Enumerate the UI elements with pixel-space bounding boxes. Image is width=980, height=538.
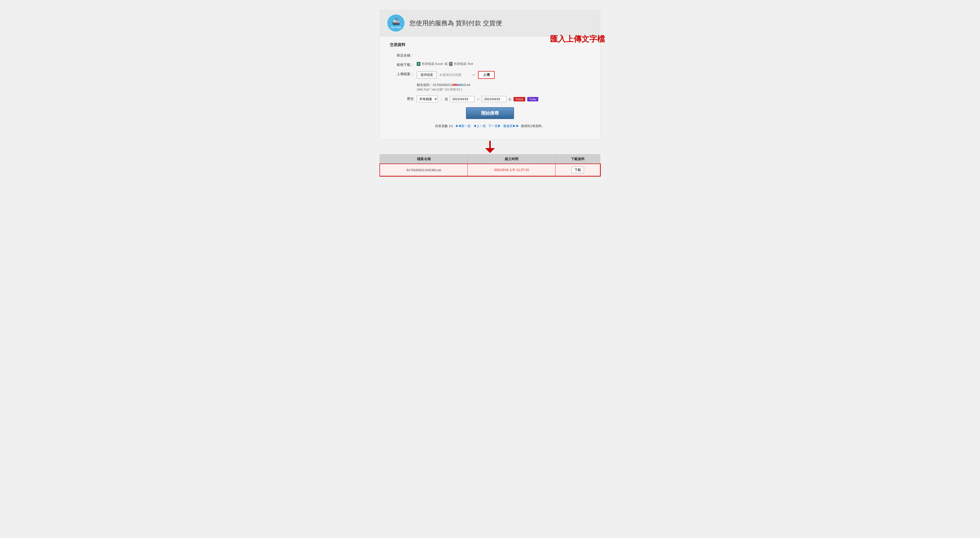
history-label: 歷史 — [390, 96, 417, 101]
next-page-link[interactable]: 下一頁▶ — [488, 124, 501, 128]
card-header: 🚢 Sun-Ship 您使用的服務為 貨到付款 交貨便 — [380, 10, 600, 36]
filename-rule: 檔名規則：S1702200211MMddSS.txt — [417, 83, 590, 87]
ship-icon: 🚢 — [392, 17, 400, 25]
filename-rule-sub: (MM:月份"",dd:日期"",SS:序號"01") — [417, 88, 590, 92]
history-controls: 所有檔案 ： 從 ～ 止 Delete Today — [417, 96, 538, 102]
date-to-input[interactable] — [482, 96, 506, 102]
stop-label: 止 — [508, 97, 512, 102]
text-icon: T — [449, 62, 453, 66]
history-content: 所有檔案 ： 從 ～ 止 Delete Today — [417, 96, 590, 102]
upload-file-row: 上傳檔案： 選擇檔案 未選擇任何檔案 → 上傳 檔名規則：S1702200211… — [390, 71, 590, 92]
header-title: 您使用的服務為 貨到付款 交貨便 — [409, 19, 502, 27]
upload-row: 選擇檔案 未選擇任何檔案 → 上傳 — [417, 71, 495, 79]
main-card: 🚢 Sun-Ship 您使用的服務為 貨到付款 交貨便 匯入上傳文字檔 交易資料… — [380, 10, 600, 140]
filename-rule-prefix: 檔名規則：S1702200211MMddSS.txt — [417, 83, 470, 87]
result-info: 搜尋到1筆資料。 — [521, 124, 545, 128]
table-header-row: 檔案名稱 建立時間 下載資料 — [380, 154, 600, 164]
shop-name-label: 商店名稱： — [390, 52, 417, 58]
no-file-text: 未選擇任何檔案 — [439, 73, 469, 77]
tilde: ～ — [477, 97, 480, 102]
upload-button[interactable]: 上傳 — [478, 71, 495, 79]
table-body: S1702200211031901.txt 2021/3/19 上午 11:27… — [380, 164, 600, 176]
search-btn-row: 開始搜尋 — [390, 107, 590, 119]
arrow-right-icon: → — [471, 73, 476, 78]
or-text: 或 — [444, 62, 448, 66]
upload-label: 上傳檔案： — [390, 71, 417, 76]
sample-download-content: X 另存檔成 Excel 或 T 另存檔成 Text — [417, 62, 590, 66]
history-select[interactable]: 所有檔案 — [417, 96, 438, 102]
first-page-link[interactable]: ◀◀第一頁 — [455, 124, 471, 128]
today-button[interactable]: Today — [527, 97, 538, 102]
table-head: 檔案名稱 建立時間 下載資料 — [380, 154, 600, 164]
arrow-down-annotation — [380, 141, 600, 153]
table-row: S1702200211031901.txt 2021/3/19 上午 11:27… — [380, 164, 600, 176]
arrow-down-svg — [485, 141, 495, 153]
col-download: 下載資料 — [555, 154, 600, 164]
sample-download-row: 範例下載： X 另存檔成 Excel 或 T 另存檔成 Text — [390, 62, 590, 67]
shop-name-row: 商店名稱： — [390, 52, 590, 58]
date-from-input[interactable] — [450, 96, 474, 102]
pagination-row: 目前頁數 1/1 ◀◀第一頁 ◀上一頁 下一頁▶ 最後頁▶▶ 搜尋到1筆資料。 — [390, 121, 590, 130]
text-download-link[interactable]: T 另存檔成 Text — [449, 62, 473, 66]
card-body: 匯入上傳文字檔 交易資料 商店名稱： 範例下載： X 另存檔成 Excel 或 … — [380, 36, 600, 132]
colon-label: ： — [440, 97, 443, 102]
cell-datetime: 2021/3/19 上午 11:27:15 — [468, 164, 555, 176]
prev-page-link[interactable]: ◀上一頁 — [473, 124, 486, 128]
current-page: 目前頁數 1/1 — [435, 124, 453, 128]
history-row: 歷史 所有檔案 ： 從 ～ 止 Delete Today — [390, 96, 590, 102]
download-button[interactable]: 下載 — [571, 167, 584, 173]
cell-download: 下載 — [555, 164, 600, 176]
delete-button[interactable]: Delete — [514, 97, 525, 102]
sample-download-label: 範例下載： — [390, 62, 417, 67]
last-page-link[interactable]: 最後頁▶▶ — [503, 124, 519, 128]
svg-marker-1 — [485, 148, 495, 153]
logo-circle: 🚢 Sun-Ship — [387, 14, 404, 32]
upload-content: 選擇檔案 未選擇任何檔案 → 上傳 檔名規則：S1702200211MMddSS… — [417, 71, 590, 92]
text-label: 另存檔成 Text — [453, 62, 473, 66]
annotation-text: 匯入上傳文字檔 — [550, 34, 605, 44]
result-table: 檔案名稱 建立時間 下載資料 S1702200211031901.txt 202… — [380, 154, 600, 176]
excel-icon: X — [417, 62, 420, 66]
col-datetime: 建立時間 — [468, 154, 555, 164]
col-filename: 檔案名稱 — [380, 154, 468, 164]
excel-download-link[interactable]: X 另存檔成 Excel — [417, 62, 443, 66]
logo-text: Sun-Ship — [391, 26, 401, 29]
page-wrapper: 🚢 Sun-Ship 您使用的服務為 貨到付款 交貨便 匯入上傳文字檔 交易資料… — [380, 10, 600, 176]
excel-label: 另存檔成 Excel — [422, 62, 443, 66]
select-file-button[interactable]: 選擇檔案 — [417, 71, 437, 79]
from-label: 從 — [445, 97, 448, 102]
search-button[interactable]: 開始搜尋 — [466, 107, 514, 119]
cell-filename: S1702200211031901.txt — [380, 164, 468, 176]
